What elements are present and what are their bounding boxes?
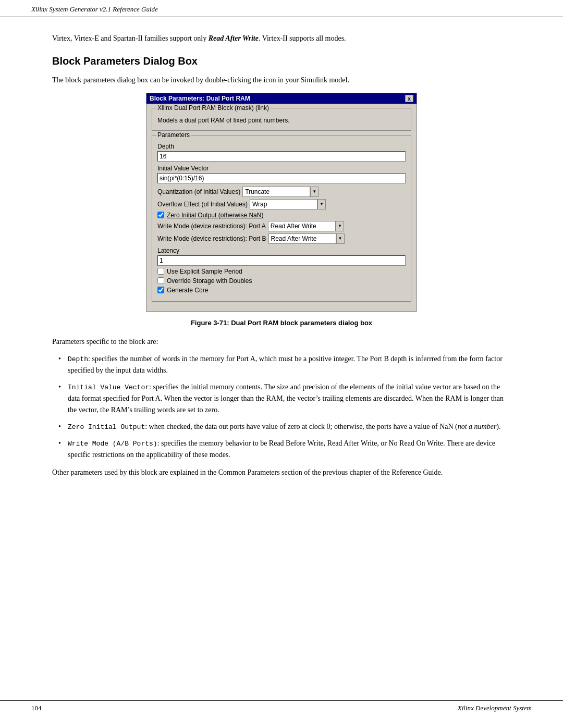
bullet-zero-init-italic: not a number bbox=[458, 423, 497, 430]
write-mode-b-select[interactable]: Read After Write bbox=[268, 233, 336, 244]
intro-text1: Virtex, Virtex-E and Spartan-II families… bbox=[52, 34, 209, 42]
closing-para: Other parameters used by this block are … bbox=[52, 467, 511, 478]
bullet-init-vector-code: Initial Value Vector bbox=[68, 384, 149, 391]
write-mode-a-row: Write Mode (device restrictions): Port A… bbox=[157, 221, 406, 231]
main-content: Virtex, Virtex-E and Spartan-II families… bbox=[0, 17, 563, 526]
bullet-zero-init: Zero Initial Output: when checked, the d… bbox=[52, 421, 511, 433]
bullet-zero-init-text: : when checked, the data out ports have … bbox=[145, 423, 457, 430]
dialog-container: Block Parameters: Dual Port RAM x Xilinx… bbox=[146, 93, 417, 312]
overflow-select-wrapper: Wrap ▼ bbox=[250, 199, 326, 209]
overflow-label: Overflow Effect (of Initial Values) bbox=[157, 201, 248, 208]
write-mode-a-label: Write Mode (device restrictions): Port A bbox=[157, 223, 266, 230]
quant-select-wrapper: Truncate ▼ bbox=[242, 187, 319, 197]
bullet-zero-init-code: Zero Initial Output bbox=[68, 423, 145, 431]
intro-italic: Read After Write bbox=[209, 34, 259, 42]
dialog-body: Xilinx Dual Port RAM Block (mask) (link)… bbox=[146, 104, 417, 311]
generate-core-checkbox[interactable] bbox=[157, 287, 164, 293]
dialog-close-button[interactable]: x bbox=[405, 95, 413, 102]
page-footer: 104 Xilinx Development System bbox=[0, 700, 563, 712]
overflow-row: Overflow Effect (of Initial Values) Wrap… bbox=[157, 199, 406, 209]
override-storage-row: Override Storage with Doubles bbox=[157, 277, 406, 285]
header-title: Xilinx System Generator v2.1 Reference G… bbox=[31, 5, 158, 14]
zero-init-row: Zero Initial Output (otherwise NaN) bbox=[157, 212, 406, 219]
quant-select[interactable]: Truncate bbox=[242, 187, 310, 197]
write-mode-a-select[interactable]: Read After Write bbox=[268, 221, 336, 231]
quant-select-arrow[interactable]: ▼ bbox=[310, 187, 319, 197]
dialog-group1-label: Xilinx Dual Port RAM Block (mask) (link) bbox=[156, 104, 270, 112]
init-vector-label: Initial Value Vector bbox=[157, 165, 406, 172]
bullet-write-mode: Write Mode (A/B Ports): specifies the me… bbox=[52, 438, 511, 461]
depth-label: Depth bbox=[157, 143, 406, 150]
use-explicit-checkbox[interactable] bbox=[157, 268, 164, 275]
latency-input[interactable] bbox=[157, 255, 406, 266]
write-mode-a-value: Read After Write bbox=[271, 223, 316, 230]
depth-input[interactable] bbox=[157, 151, 406, 162]
bullet-init-vector: Initial Value Vector: specifies the init… bbox=[52, 381, 511, 416]
dialog-group1-desc: Models a dual port RAM of fixed point nu… bbox=[157, 117, 289, 124]
generate-core-row: Generate Core bbox=[157, 287, 406, 294]
zero-init-checkbox[interactable] bbox=[157, 212, 164, 218]
intro-paragraph: Virtex, Virtex-E and Spartan-II families… bbox=[52, 33, 511, 44]
bullet-write-mode-code: Write Mode (A/B Ports) bbox=[68, 440, 157, 448]
dialog-group1: Xilinx Dual Port RAM Block (mask) (link)… bbox=[152, 108, 411, 131]
section-heading: Block Parameters Dialog Box bbox=[52, 55, 511, 67]
generate-core-label: Generate Core bbox=[167, 287, 208, 294]
section-para: The block parameters dialog box can be i… bbox=[52, 75, 511, 85]
page-header: Xilinx System Generator v2.1 Reference G… bbox=[0, 0, 563, 17]
write-mode-b-label: Write Mode (device restrictions): Port B bbox=[157, 235, 266, 242]
bullet-list: Depth: specifies the number of words in … bbox=[52, 353, 511, 460]
override-storage-label: Override Storage with Doubles bbox=[167, 277, 252, 285]
bullet-zero-init-text2: ). bbox=[496, 423, 500, 430]
bullet-depth: Depth: specifies the number of words in … bbox=[52, 353, 511, 376]
params-intro: Parameters specific to the block are: bbox=[52, 336, 511, 348]
zero-init-label: Zero Initial Output (otherwise NaN) bbox=[167, 212, 263, 219]
figure-caption: Figure 3-71: Dual Port RAM block paramet… bbox=[52, 319, 511, 327]
overflow-select-arrow[interactable]: ▼ bbox=[317, 199, 326, 209]
footer-title: Xilinx Development System bbox=[458, 704, 532, 712]
use-explicit-row: Use Explicit Sample Period bbox=[157, 268, 406, 275]
latency-label: Latency bbox=[157, 247, 406, 254]
bullet-depth-text: : specifies the number of words in the m… bbox=[68, 355, 503, 374]
bullet-depth-code: Depth bbox=[68, 355, 88, 363]
dialog-titlebar: Block Parameters: Dual Port RAM x bbox=[146, 93, 417, 104]
init-vector-input[interactable] bbox=[157, 173, 406, 183]
write-mode-a-select-wrapper: Read After Write ▼ bbox=[268, 221, 344, 231]
intro-text2: . Virtex-II supports all modes. bbox=[259, 34, 346, 42]
use-explicit-label: Use Explicit Sample Period bbox=[167, 268, 242, 275]
write-mode-b-value: Read After Write bbox=[271, 235, 317, 242]
override-storage-checkbox[interactable] bbox=[157, 277, 164, 284]
dialog-box: Block Parameters: Dual Port RAM x Xilinx… bbox=[146, 93, 417, 312]
write-mode-b-row: Write Mode (device restrictions): Port B… bbox=[157, 233, 406, 244]
write-mode-b-select-wrapper: Read After Write ▼ bbox=[268, 233, 345, 244]
write-mode-a-arrow[interactable]: ▼ bbox=[336, 221, 344, 231]
dialog-group2: Parameters Depth Initial Value Vector Qu… bbox=[152, 135, 411, 302]
overflow-select[interactable]: Wrap bbox=[250, 199, 317, 209]
dialog-title: Block Parameters: Dual Port RAM bbox=[150, 95, 250, 102]
quant-value: Truncate bbox=[245, 188, 270, 195]
overflow-value: Wrap bbox=[252, 201, 267, 208]
page: Xilinx System Generator v2.1 Reference G… bbox=[0, 0, 563, 728]
write-mode-b-arrow[interactable]: ▼ bbox=[336, 233, 345, 244]
footer-page-number: 104 bbox=[31, 704, 42, 712]
quant-label: Quantization (of Initial Values) bbox=[157, 188, 240, 195]
dialog-group2-label: Parameters bbox=[156, 131, 191, 139]
quantization-row: Quantization (of Initial Values) Truncat… bbox=[157, 187, 406, 197]
